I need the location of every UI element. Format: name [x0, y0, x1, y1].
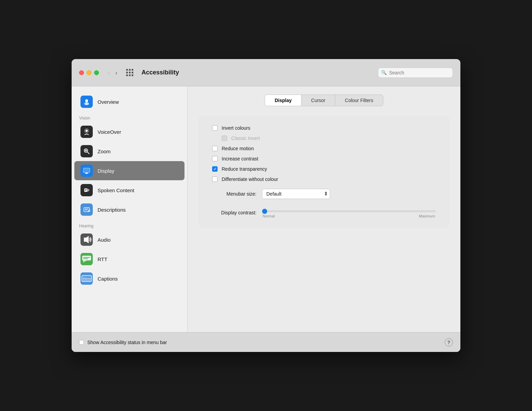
forward-button[interactable]: ›: [113, 69, 119, 76]
classic-invert-row: Classic Invert: [222, 136, 436, 141]
voiceover-icon: [80, 126, 93, 138]
sidebar-item-overview[interactable]: Overview: [74, 92, 184, 111]
settings-panel: Invert colours Classic Invert Reduce mot…: [198, 116, 449, 228]
main-panel: Display Cursor Colour Filters Invert col…: [188, 86, 460, 332]
tab-bar: Display Cursor Colour Filters: [198, 95, 449, 106]
search-icon: 🔍: [381, 70, 387, 75]
sidebar-item-audio[interactable]: Audio: [74, 230, 184, 249]
audio-icon: [80, 233, 93, 246]
classic-invert-label: Classic Invert: [231, 136, 260, 141]
sidebar: Overview Vision VoiceOver: [72, 86, 188, 332]
menubar-size-select[interactable]: Default Large: [262, 189, 330, 199]
increase-contrast-checkbox[interactable]: [212, 156, 218, 161]
accessibility-window: ‹ › Accessibility 🔍: [72, 59, 460, 352]
svg-point-2: [86, 130, 88, 132]
differentiate-checkbox[interactable]: [212, 176, 218, 182]
sidebar-item-spoken-content[interactable]: Spoken Content: [74, 181, 184, 200]
svg-line-5: [87, 152, 89, 154]
overview-icon: [80, 96, 93, 108]
descriptions-icon: AD: [80, 203, 93, 216]
section-hearing-label: Hearing: [72, 219, 187, 230]
grid-icon: [126, 69, 133, 76]
sidebar-item-descriptions[interactable]: AD Descriptions: [74, 200, 184, 219]
grid-view-button[interactable]: [125, 68, 135, 77]
svg-point-1: [84, 102, 89, 105]
svg-rect-24: [82, 256, 91, 260]
tab-colour-filters[interactable]: Colour Filters: [335, 95, 383, 106]
sidebar-item-label: VoiceOver: [98, 129, 121, 135]
slider-ticks: Normal Maximum: [262, 214, 436, 218]
menubar-size-label: Menubar size:: [212, 191, 256, 197]
titlebar: ‹ › Accessibility 🔍: [72, 59, 460, 86]
spoken-content-icon: [80, 184, 93, 196]
minimize-button[interactable]: [87, 70, 91, 75]
classic-invert-checkbox[interactable]: [222, 136, 227, 141]
search-input[interactable]: [378, 68, 453, 78]
contrast-slider[interactable]: [262, 211, 436, 212]
sidebar-item-label: Captions: [98, 276, 118, 282]
menubar-size-dropdown-wrap: Default Large ⬍: [262, 189, 330, 199]
contrast-max-label: Maximum: [419, 214, 435, 218]
section-vision-label: Vision: [72, 112, 187, 122]
sidebar-item-label: Overview: [98, 99, 119, 105]
sidebar-item-label: RTT: [98, 256, 107, 262]
sidebar-item-label: Audio: [98, 237, 110, 243]
reduce-motion-label: Reduce motion: [222, 146, 254, 151]
zoom-icon: [80, 145, 93, 157]
differentiate-row: Differentiate without colour: [212, 176, 436, 182]
status-checkbox-label: Show Accessibility status in menu bar: [87, 340, 167, 345]
status-checkbox-wrap: Show Accessibility status in menu bar: [79, 340, 167, 345]
invert-colours-checkbox[interactable]: [212, 125, 218, 131]
sidebar-item-label: Descriptions: [98, 207, 126, 213]
page-title: Accessibility: [142, 69, 179, 76]
sidebar-item-display[interactable]: Display: [74, 161, 184, 180]
svg-rect-13: [84, 188, 88, 192]
captions-icon: CC: [80, 272, 93, 285]
sidebar-item-label: Zoom: [98, 148, 110, 154]
fullscreen-button[interactable]: [94, 70, 99, 75]
reduce-transparency-row: Reduce transparency: [212, 166, 436, 172]
bottom-bar: Show Accessibility status in menu bar ?: [72, 332, 460, 352]
search-bar: 🔍: [378, 68, 453, 78]
increase-contrast-label: Increase contrast: [222, 156, 258, 161]
content-area: Overview Vision VoiceOver: [72, 86, 460, 332]
invert-colours-label: Invert colours: [222, 125, 250, 131]
traffic-lights: [79, 70, 99, 75]
contrast-slider-row: Display contrast: Normal Maximum: [212, 207, 436, 218]
contrast-slider-wrap: Normal Maximum: [262, 207, 436, 218]
help-button[interactable]: ?: [445, 338, 453, 346]
sidebar-item-voiceover[interactable]: VoiceOver: [74, 122, 184, 141]
invert-colours-row: Invert colours: [212, 125, 436, 131]
reduce-motion-checkbox[interactable]: [212, 146, 218, 151]
reduce-motion-row: Reduce motion: [212, 146, 436, 151]
sidebar-item-captions[interactable]: CC Captions: [74, 269, 184, 288]
rtt-icon: [80, 253, 93, 265]
svg-point-0: [85, 99, 88, 102]
nav-buttons: ‹ ›: [106, 69, 119, 76]
sidebar-item-label: Display: [98, 168, 114, 174]
contrast-label: Display contrast:: [212, 210, 256, 215]
reduce-transparency-label: Reduce transparency: [222, 166, 267, 172]
sidebar-item-rtt[interactable]: RTT: [74, 250, 184, 269]
contrast-min-label: Normal: [263, 214, 275, 218]
svg-rect-10: [85, 173, 88, 174]
reduce-transparency-checkbox[interactable]: [212, 166, 218, 172]
tab-display[interactable]: Display: [265, 95, 301, 106]
menubar-size-row: Menubar size: Default Large ⬍: [212, 189, 436, 199]
sidebar-item-label: Spoken Content: [98, 187, 134, 193]
svg-rect-9: [86, 173, 88, 173]
close-button[interactable]: [79, 70, 84, 75]
tab-cursor[interactable]: Cursor: [301, 95, 335, 106]
display-contrast-section: Display contrast: Normal Maximum: [212, 207, 436, 218]
sidebar-item-zoom[interactable]: Zoom: [74, 142, 184, 161]
svg-text:AD: AD: [88, 210, 90, 212]
display-icon: [80, 165, 93, 177]
increase-contrast-row: Increase contrast: [212, 156, 436, 161]
status-checkbox[interactable]: [79, 340, 84, 345]
back-button[interactable]: ‹: [106, 69, 112, 76]
svg-text:CC: CC: [83, 277, 87, 280]
differentiate-label: Differentiate without colour: [222, 176, 278, 182]
svg-rect-12: [84, 169, 89, 172]
tab-group: Display Cursor Colour Filters: [265, 95, 383, 106]
